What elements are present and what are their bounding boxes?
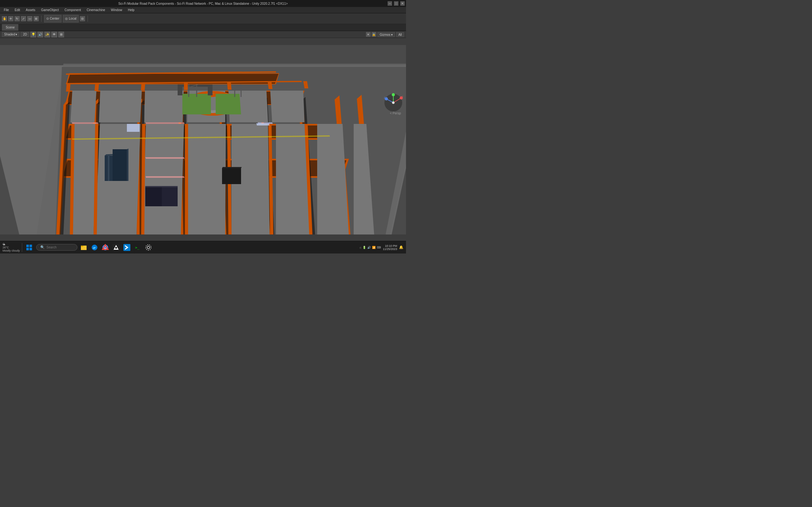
window-controls[interactable]: ─ □ ✕ bbox=[388, 1, 405, 6]
minimize-button[interactable]: ─ bbox=[388, 1, 392, 6]
move-tool[interactable]: ✛ bbox=[8, 16, 13, 21]
scale-tool[interactable]: ⤢ bbox=[21, 16, 26, 21]
multi-tool[interactable]: ⊞ bbox=[34, 16, 39, 21]
svg-marker-86 bbox=[127, 124, 140, 132]
menu-component[interactable]: Component bbox=[62, 8, 84, 12]
close-button[interactable]: ✕ bbox=[400, 1, 405, 6]
center-icon: ⊙ bbox=[46, 17, 49, 20]
chevron-down-icon: ▾ bbox=[391, 33, 393, 36]
svg-marker-83 bbox=[145, 186, 177, 187]
svg-marker-84 bbox=[222, 168, 241, 184]
svg-marker-92 bbox=[145, 157, 185, 159]
gizmos-button[interactable]: Gizmos ▾ bbox=[377, 32, 395, 37]
svg-marker-104 bbox=[95, 83, 99, 91]
menu-gameobject[interactable]: GameObject bbox=[38, 8, 61, 12]
taskbar-unity[interactable] bbox=[112, 243, 120, 252]
svg-text:>_: >_ bbox=[135, 245, 140, 250]
scene-tab[interactable]: Scene bbox=[2, 24, 19, 31]
start-button[interactable] bbox=[24, 242, 34, 252]
taskbar-file-explorer[interactable] bbox=[79, 243, 88, 252]
taskbar-settings[interactable] bbox=[144, 243, 153, 252]
menu-edit[interactable]: Edit bbox=[12, 8, 22, 12]
rect-tool[interactable]: ▭ bbox=[27, 16, 32, 21]
svg-marker-85 bbox=[222, 167, 242, 168]
orientation-gizmo: X Y Z bbox=[384, 93, 403, 112]
temperature: 26°C bbox=[3, 246, 20, 249]
hand-tool[interactable]: ✋ bbox=[2, 16, 7, 21]
notification-icon[interactable]: 🔔 bbox=[399, 245, 403, 249]
search-input[interactable] bbox=[47, 245, 75, 249]
svg-text:Z: Z bbox=[384, 96, 386, 99]
scene-fx-icon[interactable]: ✨ bbox=[44, 32, 50, 38]
svg-marker-38 bbox=[70, 91, 96, 122]
tray-icon-4[interactable]: 📶 bbox=[372, 246, 375, 249]
svg-rect-74 bbox=[208, 84, 212, 95]
svg-text:X: X bbox=[402, 95, 403, 98]
svg-marker-80 bbox=[127, 149, 129, 181]
search-bar[interactable]: 🔍 bbox=[36, 244, 78, 250]
svg-marker-91 bbox=[145, 122, 185, 124]
menu-help[interactable]: Help bbox=[125, 8, 137, 12]
taskbar-chrome[interactable] bbox=[101, 243, 110, 252]
menu-cinemachine[interactable]: Cinemachine bbox=[84, 8, 107, 12]
tray-icon-1[interactable]: ⌂ bbox=[360, 246, 361, 249]
svg-point-133 bbox=[104, 246, 106, 248]
scene-grid-icon[interactable]: ⊞ bbox=[58, 32, 64, 38]
svg-point-140 bbox=[146, 245, 151, 250]
svg-rect-126 bbox=[30, 248, 32, 250]
tray-icon-3[interactable]: 🔊 bbox=[367, 246, 371, 249]
scene-lighting-icon[interactable]: 💡 bbox=[31, 32, 36, 38]
svg-marker-33 bbox=[187, 124, 226, 234]
main-toolbar: ✋ ✛ ↻ ⤢ ▭ ⊞ ⊙ Center ◎ Local ⊟ ▶ ⏸ ⏭ ☁ ⟳… bbox=[0, 13, 406, 24]
taskbar-browser-edge[interactable] bbox=[90, 243, 99, 252]
snap-settings[interactable]: ⊟ bbox=[80, 16, 85, 21]
scene-view-lock-icon[interactable]: 🔒 bbox=[372, 32, 376, 37]
svg-marker-79 bbox=[113, 149, 127, 181]
svg-rect-124 bbox=[30, 245, 32, 247]
date: 11/25/2023 bbox=[383, 247, 397, 250]
scene-tab-bar: Scene bbox=[0, 24, 406, 31]
scene-audio-icon[interactable]: 🔊 bbox=[38, 32, 43, 38]
shading-mode-button[interactable]: Shaded ▾ bbox=[2, 32, 19, 37]
toolbar-separator-2 bbox=[88, 15, 88, 22]
tray-icon-5[interactable]: ⌨ bbox=[377, 246, 381, 249]
time: 10:10 PM bbox=[383, 244, 397, 247]
svg-marker-105 bbox=[141, 83, 145, 90]
svg-rect-128 bbox=[81, 246, 87, 250]
all-button[interactable]: All bbox=[396, 32, 404, 37]
local-icon: ◎ bbox=[65, 17, 68, 20]
search-icon: 🔍 bbox=[40, 245, 45, 249]
center-pivot-button[interactable]: ⊙ Center bbox=[44, 15, 61, 22]
scene-tab-label: Scene bbox=[6, 26, 14, 29]
menu-file[interactable]: File bbox=[1, 8, 11, 12]
local-space-button[interactable]: ◎ Local bbox=[63, 15, 79, 22]
clock[interactable]: 10:10 PM 11/25/2023 bbox=[383, 244, 397, 250]
scene-hidden-icon[interactable]: 👁 bbox=[51, 32, 57, 38]
svg-marker-32 bbox=[143, 124, 184, 234]
system-tray: ⌂ 🔋 🔊 📶 ⌨ bbox=[360, 246, 381, 249]
svg-marker-93 bbox=[146, 176, 185, 178]
persp-label: < Persp bbox=[390, 112, 401, 115]
svg-marker-94 bbox=[258, 122, 273, 124]
scene-view-close-icon[interactable]: ✕ bbox=[366, 32, 370, 37]
menu-assets[interactable]: Assets bbox=[23, 8, 38, 12]
taskbar-separator bbox=[22, 243, 22, 252]
maximize-button[interactable]: □ bbox=[394, 1, 398, 6]
2d-mode-button[interactable]: 2D bbox=[20, 32, 29, 37]
tray-icon-2[interactable]: 🔋 bbox=[362, 246, 366, 249]
taskbar-terminal[interactable]: >_ bbox=[133, 243, 142, 252]
svg-marker-76 bbox=[108, 155, 109, 181]
menu-window[interactable]: Window bbox=[108, 8, 125, 12]
svg-point-135 bbox=[115, 247, 117, 249]
scene-view[interactable]: X Y Z < Persp bbox=[0, 45, 406, 234]
svg-marker-71 bbox=[216, 94, 241, 114]
svg-rect-125 bbox=[26, 248, 29, 250]
svg-text:Y: Y bbox=[392, 93, 394, 95]
taskbar: 🌥 26°C Mostly cloudy 🔍 >_ bbox=[0, 241, 406, 253]
svg-marker-63 bbox=[185, 124, 188, 234]
rotate-tool[interactable]: ↻ bbox=[14, 16, 20, 21]
svg-marker-106 bbox=[184, 83, 188, 90]
taskbar-vscode[interactable] bbox=[122, 243, 131, 252]
svg-marker-107 bbox=[227, 82, 232, 90]
menu-bar: File Edit Assets GameObject Component Ci… bbox=[0, 7, 406, 13]
